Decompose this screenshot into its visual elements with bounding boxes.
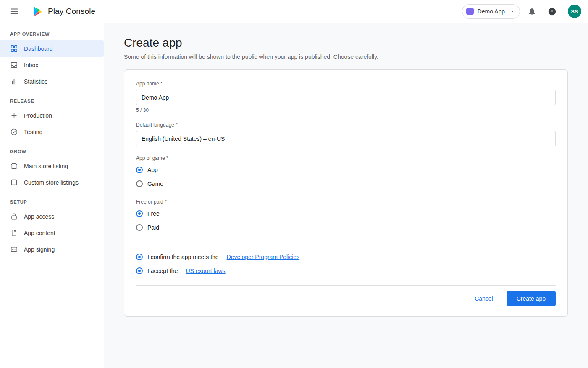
hamburger-icon — [10, 7, 19, 16]
play-console-app: Play Console Demo App SS APP OVERVIEW — [0, 0, 588, 368]
divider — [136, 242, 556, 242]
sidebar-item-label: Custom store listings — [24, 179, 79, 186]
app-title: Play Console — [48, 7, 95, 16]
square-icon — [10, 178, 18, 186]
sidebar-item-label: Production — [24, 112, 52, 119]
plus-icon — [10, 111, 18, 119]
radio-option-game[interactable]: Game — [136, 177, 556, 191]
app-name-field: App name * 5 / 30 — [136, 81, 556, 113]
radio-selected-icon — [136, 254, 143, 260]
radio-selected-icon — [136, 267, 143, 274]
sidebar-item-app-content[interactable]: App content — [0, 225, 104, 241]
sidebar-item-label: Dashboard — [24, 45, 53, 52]
us-export-laws-link[interactable]: US export laws — [186, 267, 225, 274]
create-app-button[interactable]: Create app — [507, 291, 556, 306]
nav-section-grow: GROW — [0, 140, 104, 158]
radio-option-label: Free — [147, 210, 160, 217]
error-icon — [548, 7, 556, 16]
menu-button[interactable] — [6, 3, 23, 20]
app-switcher-label: Demo App — [478, 8, 505, 15]
sidebar-item-main-store-listing[interactable]: Main store listing — [0, 158, 104, 174]
default-language-label: Default language * — [136, 122, 556, 128]
radio-option-label: Game — [147, 180, 163, 187]
create-app-form-card: App name * 5 / 30 Default language * App… — [124, 69, 568, 317]
nav-section-app-overview: APP OVERVIEW — [0, 23, 104, 40]
radio-unselected-icon — [136, 224, 143, 231]
app-name-input[interactable] — [136, 90, 556, 105]
sidebar-item-label: Main store listing — [24, 163, 68, 169]
sidebar-item-production[interactable]: Production — [0, 107, 104, 124]
cancel-button[interactable]: Cancel — [468, 291, 500, 306]
chevron-down-icon — [509, 8, 516, 15]
radio-selected-icon — [136, 210, 143, 217]
nav-section-release: RELEASE — [0, 90, 104, 107]
radio-option-paid[interactable]: Paid — [136, 220, 556, 234]
radio-option-free[interactable]: Free — [136, 207, 556, 220]
app-name-counter: 5 / 30 — [136, 107, 556, 113]
lock-icon — [10, 212, 18, 220]
radio-unselected-icon — [136, 180, 143, 187]
radio-option-label: Paid — [147, 224, 159, 231]
app-tile-icon — [466, 8, 474, 15]
app-switcher[interactable]: Demo App — [462, 4, 520, 19]
form-footer: Cancel Create app — [136, 286, 556, 306]
page-title: Create app — [124, 36, 568, 50]
free-or-paid-label: Free or paid * — [136, 199, 556, 205]
document-icon — [10, 229, 18, 237]
sidebar-item-app-signing[interactable]: App signing — [0, 241, 104, 257]
radio-option-label: App — [147, 167, 158, 173]
play-console-logo: Play Console — [27, 6, 95, 17]
sidebar-item-testing[interactable]: Testing — [0, 124, 104, 140]
play-logo-icon — [32, 6, 43, 17]
default-language-input[interactable] — [136, 131, 556, 146]
developer-program-policies-link[interactable]: Developer Program Policies — [227, 254, 300, 260]
app-name-label: App name * — [136, 81, 556, 87]
sidebar-item-label: Inbox — [24, 62, 38, 69]
notifications-button[interactable] — [523, 3, 540, 20]
sidebar-item-label: Testing — [24, 129, 42, 135]
declaration-export-laws[interactable]: I accept the US export laws — [136, 264, 556, 278]
sidebar-item-app-access[interactable]: App access — [0, 208, 104, 225]
default-language-field: Default language * — [136, 122, 556, 146]
bell-icon — [528, 7, 536, 16]
declaration-text: I confirm the app meets the — [147, 254, 219, 260]
sidebar-item-inbox[interactable]: Inbox — [0, 57, 104, 73]
declaration-text: I accept the — [147, 267, 178, 274]
main-content: Create app Some of this information will… — [104, 23, 588, 368]
sidebar-item-label: App content — [24, 230, 55, 236]
sidebar-item-dashboard[interactable]: Dashboard — [0, 40, 104, 57]
sidebar-item-label: Statistics — [24, 78, 47, 85]
nav-section-setup: SETUP — [0, 191, 104, 208]
account-avatar[interactable]: SS — [568, 5, 581, 18]
sidebar-item-label: App signing — [24, 246, 55, 253]
top-bar: Play Console Demo App SS — [0, 0, 588, 23]
declaration-program-policies[interactable]: I confirm the app meets the Developer Pr… — [136, 250, 556, 264]
radio-selected-icon — [136, 167, 143, 173]
dashboard-icon — [10, 45, 18, 53]
sidebar: APP OVERVIEW Dashboard Inbox Statistics … — [0, 23, 104, 368]
storefront-icon — [10, 162, 18, 170]
alerts-button[interactable] — [543, 3, 560, 20]
radio-option-app[interactable]: App — [136, 163, 556, 177]
sidebar-item-custom-store-listings[interactable]: Custom store listings — [0, 174, 104, 191]
page-subtitle: Some of this information will be shown t… — [124, 53, 568, 60]
sidebar-item-label: App access — [24, 213, 54, 220]
bar-chart-icon — [10, 77, 18, 85]
app-or-game-label: App or game * — [136, 155, 556, 161]
card-icon — [10, 245, 18, 253]
inbox-icon — [10, 61, 18, 69]
check-circle-icon — [10, 128, 18, 136]
sidebar-item-statistics[interactable]: Statistics — [0, 73, 104, 90]
